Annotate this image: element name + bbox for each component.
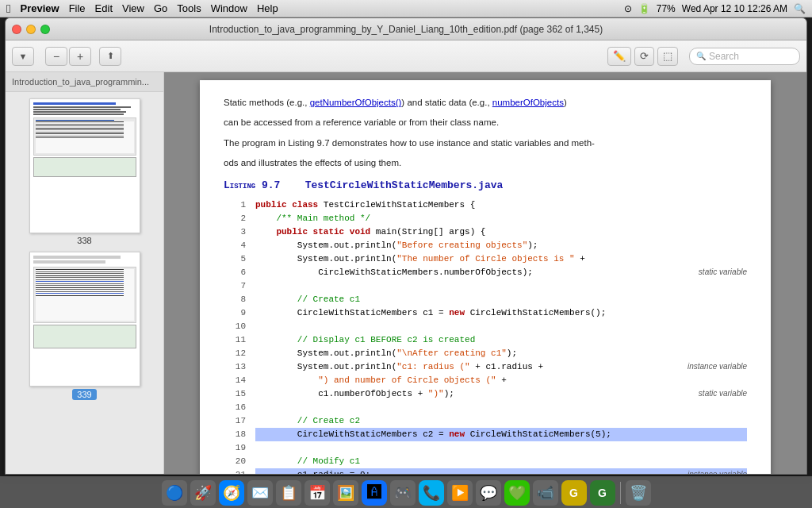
dock-g2[interactable]: G [590, 480, 615, 506]
zoom-in-button[interactable]: + [69, 47, 91, 66]
dock-mail[interactable]: ✉️ [247, 480, 273, 506]
menu-file[interactable]: File [69, 2, 86, 14]
battery-percent: 77% [657, 3, 676, 14]
markup-button[interactable]: ✏️ [607, 47, 631, 66]
code-line-9: 9 CircleWithStaticMembers c1 = new Circl… [224, 306, 747, 320]
dock-trash[interactable]: 🗑️ [626, 480, 651, 506]
link-getNumberOfObjects[interactable]: getNumberOfObjects() [310, 98, 402, 107]
annotation-line13: instance variable [688, 360, 747, 373]
menu-help[interactable]: Help [257, 2, 278, 14]
code-line-2: 2 /** Main method */ [224, 212, 747, 225]
search-box[interactable]: 🔍 Search [689, 48, 800, 65]
dock-divider [620, 482, 621, 504]
dock-launchpad[interactable]: 🚀 [190, 480, 216, 506]
intro-para-4: ods and illustrates the effects of using… [224, 156, 747, 170]
code-line-11: 11 // Display c1 BEFORE c2 is created [224, 333, 747, 347]
intro-para-2: can be accessed from a reference variabl… [224, 116, 747, 129]
menu-window[interactable]: Window [211, 2, 247, 14]
code-line-7: 7 [224, 279, 747, 293]
dock: 🔵 🚀 🧭 ✉️ 📋 📅 🖼️ 🅰 🎮 📞 ▶️ 💬 💚 📹 G G 🗑️ [0, 476, 812, 508]
code-line-13: 13 System.out.println("c1: radius (" + c… [224, 360, 747, 374]
dock-quicktime[interactable]: ▶️ [447, 480, 473, 506]
spotlight-icon[interactable]: 🔍 [794, 3, 806, 14]
code-line-14: 14 ") and number of Circle objects (" + [224, 374, 747, 387]
link-numberOfObjects[interactable]: numberOfObjects [492, 98, 564, 107]
code-line-5: 5 System.out.println("The number of Circ… [224, 252, 747, 266]
menu-edit[interactable]: Edit [95, 2, 113, 14]
clock: Wed Apr 12 10 12:26 AM [682, 3, 787, 14]
dock-appstore[interactable]: 🅰 [362, 480, 387, 506]
crop-button[interactable]: ⬚ [657, 47, 678, 66]
toolbar: ▼ − + ⬆ ✏️ ⟳ ⬚ 🔍 Search [6, 40, 806, 72]
dock-g1[interactable]: G [561, 480, 587, 506]
dock-reminders[interactable]: 📋 [276, 480, 301, 506]
code-line-3: 3 public static void main(String[] args)… [224, 225, 747, 239]
page-339-label: 339 [72, 389, 96, 400]
zoom-buttons: − + [45, 47, 91, 66]
code-line-18: 18 CircleWithStaticMembers c2 = new Circ… [224, 428, 747, 441]
intro-para-3: The program in Listing 9.7 demonstrates … [224, 137, 747, 150]
page-thumb-image-339 [29, 252, 140, 387]
close-button[interactable] [12, 25, 21, 34]
code-line-8: 8 // Create c1 [224, 293, 747, 306]
traffic-lights[interactable] [12, 25, 50, 34]
listing-header: Listing 9.7 TestCircleWithStaticMembers.… [224, 178, 747, 194]
app-name[interactable]: Preview [20, 2, 59, 14]
page-thumb-image-338 [29, 98, 140, 233]
nav-buttons: ▼ [12, 47, 34, 66]
sidebar-pages: 338 [6, 92, 163, 474]
menu-tools[interactable]: Tools [177, 2, 201, 14]
menubar-right: ⊙ 🔋 77% Wed Apr 12 10 12:26 AM 🔍 [624, 3, 806, 14]
dock-finder[interactable]: 🔵 [162, 480, 187, 506]
code-line-19: 19 [224, 441, 747, 455]
zoom-out-button[interactable]: − [45, 47, 67, 66]
code-line-4: 4 System.out.println("Before creating ob… [224, 239, 747, 252]
window-title: Introduction_to_java_programming_by_Y_Da… [209, 24, 603, 35]
rotate-button[interactable]: ⟳ [634, 47, 654, 66]
page-thumb-339[interactable]: 339 [29, 252, 140, 400]
annotation-line15: static variable [699, 387, 747, 400]
dock-facetime[interactable]: 📹 [533, 480, 558, 506]
search-placeholder: Search [709, 51, 739, 62]
dock-messages[interactable]: 💬 [476, 480, 501, 506]
code-line-1: 1 public class TestCircleWithStaticMembe… [224, 198, 747, 212]
page-thumb-338[interactable]: 338 [29, 98, 140, 245]
code-line-21: 21 c1.radius = 9; instance variable [224, 468, 747, 474]
fullscreen-button[interactable] [40, 25, 50, 34]
wifi-icon: ⊙ [624, 3, 632, 14]
code-line-10: 10 [224, 320, 747, 333]
annotation-tools: ✏️ ⟳ ⬚ [607, 47, 678, 66]
dock-safari[interactable]: 🧭 [219, 480, 244, 506]
sidebar: Introduction_to_java_programmin... [6, 72, 164, 474]
apple-menu[interactable]:  [6, 2, 10, 15]
dock-wechat[interactable]: 💚 [504, 480, 530, 506]
annotation-line21: instance variable [688, 468, 747, 474]
dock-discord[interactable]: 🎮 [390, 480, 416, 506]
code-line-12: 12 System.out.println("\nAfter creating … [224, 347, 747, 360]
listing-filename: TestCircleWithStaticMembers.java [305, 179, 504, 191]
menubar:  Preview File Edit View Go Tools Window… [0, 0, 812, 17]
code-block: 1 public class TestCircleWithStaticMembe… [224, 198, 747, 475]
intro-para-1: Static methods (e.g., getNumberOfObjects… [224, 96, 747, 110]
annotation-line6: static variable [699, 266, 747, 279]
page-338-label: 338 [77, 236, 91, 245]
share-button[interactable]: ⬆ [99, 47, 121, 66]
document-area: Static methods (e.g., getNumberOfObjects… [164, 72, 806, 474]
menu-view[interactable]: View [122, 2, 144, 14]
minimize-button[interactable] [26, 25, 36, 34]
sidebar-header: Introduction_to_java_programmin... [6, 72, 163, 92]
dock-skype[interactable]: 📞 [419, 480, 444, 506]
nav-dropdown[interactable]: ▼ [12, 47, 34, 66]
menu-go[interactable]: Go [154, 2, 167, 14]
document-page: Static methods (e.g., getNumberOfObjects… [200, 80, 771, 474]
code-line-17: 17 // Create c2 [224, 414, 747, 428]
code-line-6: 6 CircleWithStaticMembers.numberOfObject… [224, 266, 747, 279]
titlebar: Introduction_to_java_programming_by_Y_Da… [6, 18, 806, 40]
battery-icon: 🔋 [638, 3, 650, 14]
search-icon: 🔍 [696, 52, 706, 60]
code-line-16: 16 [224, 401, 747, 414]
dock-photos[interactable]: 🖼️ [333, 480, 358, 506]
code-line-20: 20 // Modify c1 [224, 455, 747, 468]
code-line-15: 15 c1.numberOfObjects + ")"); static var… [224, 387, 747, 401]
dock-calendar[interactable]: 📅 [304, 480, 330, 506]
